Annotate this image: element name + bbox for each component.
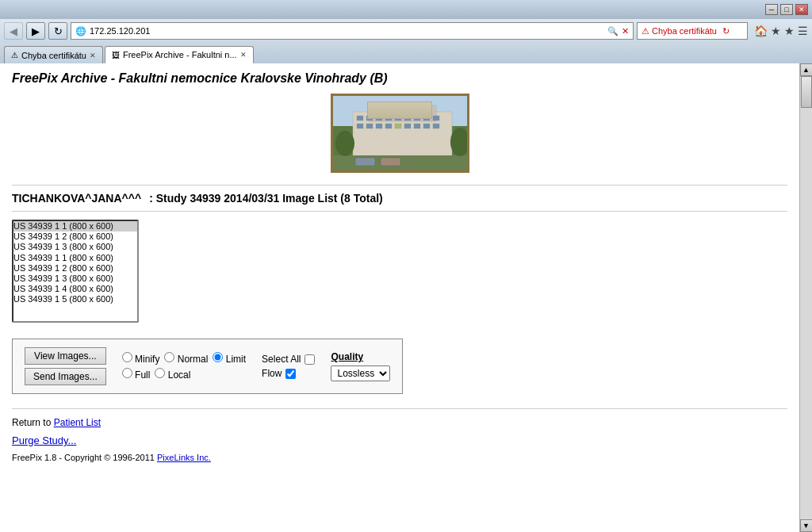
action-buttons: View Images... Send Images... [25,347,106,385]
cert-error-x: ✕ [622,26,629,36]
image-option-3[interactable]: US 34939 1 3 (800 x 600) [13,242,137,252]
settings-button[interactable]: ☰ [798,25,808,37]
flow-checkbox[interactable] [285,369,296,379]
return-to-patient-list: Return to Patient List [12,417,787,428]
nav-bar: ◀ ▶ ↻ 🌐 172.25.120.201 🔍 ✕ ⚠ Chyba certi… [0,19,812,43]
svg-rect-9 [404,116,411,121]
minify-label: Minify [122,352,160,365]
back-button[interactable]: ◀ [4,22,23,40]
svg-rect-13 [357,124,363,128]
svg-rect-22 [333,155,469,173]
nav-icon-group: 🏠 ★ ★ ☰ [754,25,808,37]
page-content: FreePix Archive - Fakultni nemocnice Kra… [0,63,799,532]
svg-rect-6 [376,116,382,121]
copyright: FreePix 1.8 - Copyright © 1996-2011 Pixe… [12,453,787,462]
svg-rect-21 [433,124,439,128]
scroll-up-button[interactable]: ▲ [800,63,813,76]
svg-point-24 [450,128,469,156]
address-bar[interactable]: 🌐 172.25.120.201 🔍 ✕ [71,22,634,40]
browser-icon: 🌐 [75,26,86,36]
minify-radio[interactable] [122,352,132,362]
patient-info: TICHANKOVA^JANA^^^ : Study 34939 2014/03… [12,192,787,205]
svg-rect-25 [355,158,375,166]
image-option-6[interactable]: US 34939 1 3 (800 x 600) [13,274,137,284]
refresh-button[interactable]: ↻ [48,22,67,40]
svg-rect-18 [404,124,411,128]
title-bar: ─ □ ✕ [0,0,812,19]
view-images-button[interactable]: View Images... [25,347,106,365]
svg-rect-15 [376,124,382,128]
image-option-1[interactable]: US 34939 1 1 (800 x 600) [13,221,137,232]
minimize-button[interactable]: ─ [765,4,778,15]
svg-rect-8 [395,116,401,121]
footer-links: Return to Patient List [12,417,787,428]
svg-rect-17 [395,124,401,128]
svg-point-23 [335,131,354,156]
image-option-7[interactable]: US 34939 1 4 (800 x 600) [13,284,137,294]
normal-radio[interactable] [164,352,174,362]
quality-select[interactable]: Lossless High Medium Low [331,366,390,381]
svg-rect-10 [414,116,420,121]
tab-bar: ⚠ Chyba certifikátu ✕ 🖼 FreePix Archive … [0,43,812,63]
image-list-container: US 34939 1 1 (800 x 600) US 34939 1 2 (8… [12,220,139,323]
svg-rect-19 [414,124,420,128]
select-all-row: Select All [262,354,315,365]
size-radio-group: Minify Normal Limit Full [122,352,246,381]
window-controls[interactable]: ─ □ ✕ [765,4,808,15]
svg-rect-5 [366,116,373,121]
tools-button[interactable]: ★ [784,25,795,37]
tab-favicon-warning: ⚠ [11,51,18,59]
purge-study-container: Purge Study... [12,434,787,446]
flow-row: Flow [262,368,315,379]
image-option-8[interactable]: US 34939 1 5 (800 x 600) [13,294,137,304]
flow-label: Flow [262,368,282,379]
favorites-button[interactable]: ★ [771,25,781,37]
full-label: Full [122,368,151,381]
select-all-checkbox[interactable] [304,354,315,365]
patient-name: TICHANKOVA^JANA^^^ [12,192,141,205]
svg-rect-26 [381,158,400,166]
select-all-group: Select All Flow [262,354,315,379]
search-icon: 🔍 [607,26,619,36]
security-warning: ⚠ Chyba certifikátu ↻ [637,22,748,40]
close-button[interactable]: ✕ [795,4,808,15]
svg-rect-14 [366,124,373,128]
send-images-button[interactable]: Send Images... [25,368,106,385]
tab-favicon-freepix: 🖼 [112,51,120,59]
image-option-4[interactable]: US 34939 1 1 (800 x 600) [13,253,137,263]
refresh-small-icon: ↻ [722,26,730,36]
controls-panel: View Images... Send Images... Minify Nor… [12,339,403,394]
tab-freepix[interactable]: 🖼 FreePix Archive - Fakultni n... ✕ [105,46,254,63]
patient-list-link[interactable]: Patient List [54,417,101,428]
maximize-button[interactable]: □ [780,4,793,15]
tab-close-2[interactable]: ✕ [240,51,247,59]
svg-rect-12 [433,116,439,121]
image-option-2[interactable]: US 34939 1 2 (800 x 600) [13,232,137,242]
scroll-down-button[interactable]: ▼ [800,519,813,532]
select-all-label: Select All [262,354,301,365]
quality-label: Quality [331,351,390,362]
address-text: 172.25.120.201 [90,26,604,36]
svg-rect-20 [423,124,430,128]
radio-row-2: Full Local [122,368,246,381]
scroll-track [800,76,812,519]
pixelinks-link[interactable]: PixeLinks Inc. [157,453,211,462]
full-radio[interactable] [122,368,132,378]
svg-rect-4 [357,116,363,121]
home-button[interactable]: 🏠 [754,25,768,37]
svg-rect-11 [423,116,430,121]
local-label: Local [155,368,190,381]
tab-cert-error[interactable]: ⚠ Chyba certifikátu ✕ [4,46,103,63]
limit-radio[interactable] [213,352,223,362]
warning-icon: ⚠ [642,26,649,36]
local-radio[interactable] [155,368,165,378]
hospital-image [331,94,469,173]
svg-rect-16 [385,124,392,128]
radio-row-1: Minify Normal Limit [122,352,246,365]
purge-study-link[interactable]: Purge Study... [12,434,76,446]
image-option-5[interactable]: US 34939 1 2 (800 x 600) [13,263,137,274]
forward-button[interactable]: ▶ [26,22,45,40]
tab-close-1[interactable]: ✕ [90,52,96,59]
scroll-thumb[interactable] [801,76,812,108]
image-list-select[interactable]: US 34939 1 1 (800 x 600) US 34939 1 2 (8… [12,220,139,323]
